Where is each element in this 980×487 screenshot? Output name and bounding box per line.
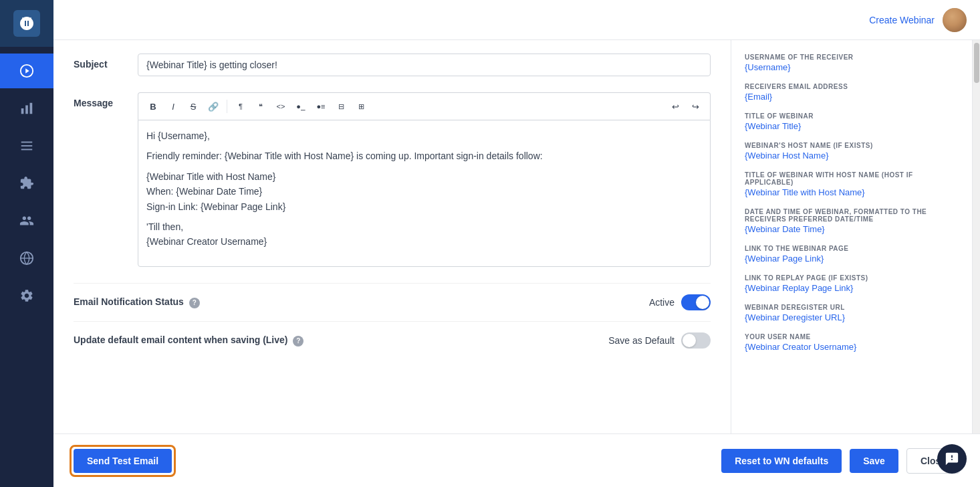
variable-value[interactable]: {Webinar Page Link} — [745, 254, 959, 264]
toolbar-undo[interactable]: ↩ — [666, 97, 685, 116]
bar-chart-icon — [19, 101, 34, 116]
variable-value[interactable]: {Webinar Replay Page Link} — [745, 283, 959, 293]
variable-value[interactable]: {Webinar Date Time} — [745, 224, 959, 234]
toggle-knob-active — [696, 296, 709, 309]
variable-value[interactable]: {Webinar Host Name} — [745, 151, 959, 161]
avatar — [943, 8, 967, 32]
variable-item: TITLE OF WEBINAR WITH HOST NAME (HOST IF… — [745, 171, 959, 197]
audience-icon — [19, 213, 34, 228]
scroll-thumb — [974, 43, 979, 83]
variable-label: YOUR USER NAME — [745, 333, 959, 340]
support-bubble[interactable] — [937, 444, 967, 474]
form-area: Subject Message B I S 🔗 ¶ — [53, 40, 731, 433]
sidebar — [0, 0, 53, 487]
toolbar-italic[interactable]: I — [164, 97, 182, 116]
update-default-row: Update default email content when saving… — [74, 321, 711, 359]
sidebar-item-list[interactable] — [0, 128, 53, 163]
email-notification-toggle[interactable] — [681, 294, 711, 310]
subject-input[interactable] — [138, 54, 711, 76]
email-notification-row: Email Notification Status ? Active — [74, 283, 711, 321]
variable-value[interactable]: {Webinar Deregister URL} — [745, 312, 959, 322]
main-content: Create Webinar Subject Message B — [53, 0, 980, 487]
variable-value[interactable]: {Webinar Title with Host Name} — [745, 187, 959, 197]
avatar-image — [943, 8, 967, 32]
variable-value[interactable]: {Webinar Title} — [745, 121, 959, 131]
save-as-default-label: Save as Default — [608, 335, 675, 346]
variable-label: LINK TO REPLAY PAGE (IF EXISTS) — [745, 274, 959, 282]
variable-label: LINK TO THE WEBINAR PAGE — [745, 245, 959, 252]
sidebar-logo — [0, 0, 53, 47]
editor-body[interactable]: Hi {Username}, Friendly reminder: {Webin… — [138, 120, 711, 267]
sidebar-item-analytics[interactable] — [0, 91, 53, 126]
list-icon — [19, 138, 34, 153]
sidebar-item-play[interactable] — [0, 54, 53, 88]
svg-rect-5 — [21, 142, 33, 143]
toggle-right-active: Active — [590, 294, 711, 310]
variable-item: LINK TO REPLAY PAGE (IF EXISTS){Webinar … — [745, 274, 959, 293]
toolbar-redo[interactable]: ↪ — [686, 97, 705, 116]
toolbar-bullet-list[interactable]: ●⎯ — [291, 97, 310, 116]
update-default-help[interactable]: ? — [293, 336, 303, 347]
variable-item: TITLE OF WEBINAR{Webinar Title} — [745, 112, 959, 131]
variables-panel: USERNAME OF THE RECEIVER{Username}RECEIV… — [731, 40, 972, 433]
save-button[interactable]: Save — [850, 449, 898, 473]
sidebar-item-settings[interactable] — [0, 278, 53, 313]
scroll-indicator — [972, 40, 980, 433]
sidebar-item-integrations[interactable] — [0, 166, 53, 201]
subject-field-content — [138, 54, 711, 76]
app-logo — [13, 10, 40, 37]
toggle-knob-default — [683, 334, 696, 347]
toolbar-bold[interactable]: B — [144, 97, 162, 116]
variable-label: RECEIVERS EMAIL ADDRESS — [745, 83, 959, 90]
puzzle-icon — [19, 176, 34, 191]
toolbar-ordered-list[interactable]: ●≡ — [312, 97, 330, 116]
subject-label: Subject — [74, 54, 127, 70]
variable-item: LINK TO THE WEBINAR PAGE{Webinar Page Li… — [745, 245, 959, 264]
reset-defaults-button[interactable]: Reset to WN defaults — [721, 449, 842, 473]
email-notification-help[interactable]: ? — [189, 298, 200, 308]
toolbar-strikethrough[interactable]: S — [184, 97, 203, 116]
variable-label: WEBINAR DEREGISTER URL — [745, 304, 959, 311]
variable-label: USERNAME OF THE RECEIVER — [745, 54, 959, 61]
save-as-default-toggle[interactable] — [681, 332, 711, 349]
variable-value[interactable]: {Webinar Creator Username} — [745, 342, 959, 352]
svg-rect-3 — [25, 105, 28, 114]
active-label: Active — [649, 297, 675, 308]
variable-value[interactable]: {Username} — [745, 62, 959, 72]
toolbar-indent-right[interactable]: ⊞ — [352, 97, 370, 116]
toolbar-sep-1 — [227, 100, 227, 113]
footer-bar: Send Test Email Reset to WN defaults Sav… — [53, 433, 980, 487]
globe-icon — [19, 251, 34, 266]
variable-label: WEBINAR'S HOST NAME (IF EXISTS) — [745, 142, 959, 149]
toolbar-paragraph[interactable]: ¶ — [231, 97, 250, 116]
update-default-label: Update default email content when saving… — [74, 334, 590, 347]
sidebar-item-globe[interactable] — [0, 241, 53, 276]
variable-item: RECEIVERS EMAIL ADDRESS{Email} — [745, 83, 959, 102]
settings-icon — [19, 288, 34, 303]
variable-value[interactable]: {Email} — [745, 92, 959, 102]
sidebar-item-audience[interactable] — [0, 203, 53, 238]
toolbar-blockquote[interactable]: ❝ — [251, 97, 270, 116]
svg-rect-4 — [30, 103, 33, 114]
toolbar-link[interactable]: 🔗 — [204, 97, 223, 116]
send-test-wrapper: Send Test Email — [74, 449, 172, 473]
support-icon — [945, 452, 959, 466]
editor-toolbar: B I S 🔗 ¶ ❝ <> ●⎯ ●≡ ⊟ ⊞ ↩ ↪ — [138, 92, 711, 120]
svg-rect-2 — [21, 108, 24, 114]
variable-label: TITLE OF WEBINAR WITH HOST NAME (HOST IF… — [745, 171, 959, 186]
svg-rect-6 — [21, 145, 33, 147]
play-icon — [19, 64, 34, 78]
svg-marker-1 — [25, 68, 29, 73]
variable-item: WEBINAR DEREGISTER URL{Webinar Deregiste… — [745, 304, 959, 322]
create-webinar-link[interactable]: Create Webinar — [869, 15, 935, 25]
topbar: Create Webinar — [53, 0, 980, 40]
variable-item: DATE AND TIME OF WEBINAR, FORMATTED TO T… — [745, 208, 959, 234]
variable-item: USERNAME OF THE RECEIVER{Username} — [745, 54, 959, 72]
sidebar-nav — [0, 47, 53, 313]
svg-rect-7 — [21, 149, 33, 151]
toolbar-code[interactable]: <> — [271, 97, 290, 116]
variable-item: YOUR USER NAME{Webinar Creator Username} — [745, 333, 959, 352]
message-field-content: B I S 🔗 ¶ ❝ <> ●⎯ ●≡ ⊟ ⊞ ↩ ↪ — [138, 92, 711, 267]
send-test-email-button[interactable]: Send Test Email — [74, 449, 172, 473]
toolbar-indent-left[interactable]: ⊟ — [332, 97, 350, 116]
